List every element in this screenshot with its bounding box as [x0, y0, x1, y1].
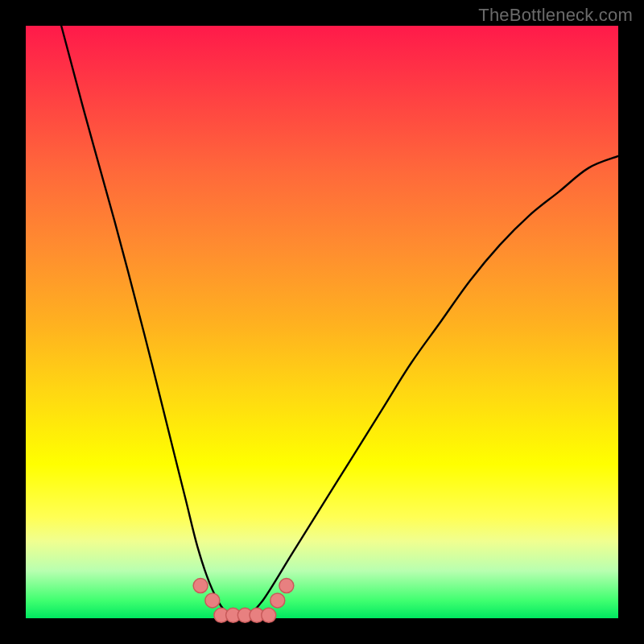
- plot-area: [26, 26, 618, 618]
- right-curve: [245, 156, 618, 618]
- chart-frame: TheBottleneck.com: [0, 0, 644, 644]
- marker-dot: [193, 579, 208, 593]
- watermark-label: TheBottleneck.com: [478, 5, 633, 26]
- marker-dot: [205, 593, 220, 608]
- bottom-markers: [193, 579, 294, 623]
- marker-dot: [279, 579, 294, 593]
- left-curve: [61, 26, 245, 619]
- marker-dot: [270, 593, 285, 608]
- marker-dot: [262, 608, 276, 622]
- curve-layer: [26, 26, 618, 618]
